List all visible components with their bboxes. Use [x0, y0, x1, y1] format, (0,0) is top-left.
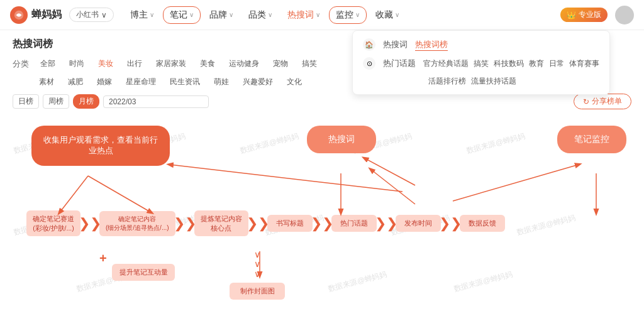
dropdown-row-hot: 🏠 热搜词 热搜词榜 — [363, 38, 599, 51]
nav-collect[interactable]: 收藏 ∨ — [369, 7, 406, 23]
svg-line-1 — [60, 176, 88, 212]
filter-travel[interactable]: 出行 — [122, 57, 147, 70]
watermark-12: 数据来源@蝉妈妈 — [326, 269, 387, 295]
platform-select[interactable]: 小红书 ∨ — [69, 8, 114, 22]
filter-material[interactable]: 素材 — [34, 75, 59, 89]
chevron-2: ❯❯ — [174, 217, 196, 231]
filter-home[interactable]: 家居家装 — [151, 57, 191, 70]
svg-line-2 — [88, 176, 151, 212]
share-icon: ↻ — [583, 97, 589, 106]
watermark-10: 数据来源@蝉妈妈 — [515, 212, 576, 238]
chevron-3: ❯❯ — [247, 217, 269, 231]
nav-brand[interactable]: 品牌 ∨ — [203, 7, 240, 23]
share-label: 分享榜单 — [592, 96, 622, 107]
period-week[interactable]: 周榜 — [43, 94, 69, 109]
down-arrows: ∨ ∨ ∨ — [254, 250, 260, 279]
logo-icon — [10, 6, 28, 24]
filter-cute[interactable]: 萌娃 — [209, 75, 234, 89]
tag-official-classic[interactable]: 官方经典话题 — [423, 58, 469, 69]
tag-tech[interactable]: 科技数码 — [494, 58, 524, 69]
tag-flow[interactable]: 流量扶持话题 — [471, 76, 516, 87]
step-data-feedback: 数据反馈 — [460, 215, 505, 232]
tag-education[interactable]: 教育 — [529, 58, 544, 69]
filter-astro[interactable]: 星座命理 — [121, 75, 161, 89]
filter-life[interactable]: 民生资讯 — [165, 75, 205, 89]
pro-label: 专业版 — [579, 9, 601, 20]
make-cover-box: 制作封面图 — [230, 283, 285, 300]
topic-icon: ⊙ — [363, 57, 375, 70]
collect-needs-box: 收集用户观看需求，查看当前行业热点 — [31, 126, 170, 166]
filter-culture[interactable]: 文化 — [282, 75, 307, 89]
plus-sign: + — [99, 251, 107, 266]
pro-badge[interactable]: 👑 专业版 — [560, 8, 608, 22]
chevron-6: ❯❯ — [439, 217, 462, 231]
nav-notes[interactable]: 笔记 ∨ — [163, 6, 201, 24]
dropdown-tags: 官方经典话题 搞笑 科技数码 教育 日常 体育赛事 — [423, 58, 599, 69]
svg-line-5 — [365, 158, 415, 185]
dropdown-row-topic: ⊙ 热门话题 官方经典话题 搞笑 科技数码 教育 日常 体育赛事 — [363, 57, 599, 70]
filter-hobby[interactable]: 兴趣爱好 — [238, 75, 278, 89]
filter-pet[interactable]: 宠物 — [268, 57, 293, 70]
dropdown-hot-label: 热搜词 — [383, 39, 408, 50]
step-core: 提炼笔记内容核心点 — [194, 210, 248, 236]
boost-interaction-box: 提升笔记互动量 — [112, 264, 175, 281]
svg-line-6 — [170, 165, 402, 192]
filter-sport[interactable]: 运动健身 — [224, 57, 264, 70]
note-monitor-box: 笔记监控 — [557, 126, 626, 153]
nav-category[interactable]: 品类 ∨ — [242, 7, 279, 23]
nav-hot[interactable]: 热搜词 ∨ — [281, 7, 326, 23]
platform-label: 小红书 — [76, 9, 99, 20]
navbar: 蝉妈妈 小红书 ∨ 博主 ∨ 笔记 ∨ 品牌 ∨ 品类 ∨ 热搜词 ∨ 监控 ∨… — [0, 0, 644, 30]
watermark-13: 数据来源@蝉妈妈 — [452, 269, 513, 295]
period-day[interactable]: 日榜 — [13, 94, 39, 109]
filter-beauty[interactable]: 美妆 — [93, 57, 118, 70]
avatar[interactable] — [615, 6, 634, 24]
filter-all[interactable]: 全部 — [35, 57, 60, 70]
filter-fashion[interactable]: 时尚 — [64, 57, 89, 70]
diagram: 数据来源@蝉妈妈 数据来源@蝉妈妈 数据来源@蝉妈妈 数据来源@蝉妈妈 数据来源… — [13, 119, 631, 314]
step-row: 确定笔记赛道(彩妆/护肤/...) ❯❯ 确定笔记内容(细分场景/追寻热点/..… — [26, 210, 505, 236]
hot-search-box: 热搜词 — [307, 126, 376, 153]
watermark-3: 数据来源@蝉妈妈 — [238, 131, 299, 156]
dropdown-hot-highlight[interactable]: 热搜词榜 — [415, 39, 448, 51]
filter-wedding[interactable]: 婚嫁 — [92, 75, 117, 89]
dropdown-tags2: 活题排行榜 流量扶持话题 — [428, 76, 516, 87]
step-title: 书写标题 — [267, 215, 313, 232]
tag-daily[interactable]: 日常 — [549, 58, 564, 69]
svg-line-8 — [453, 165, 579, 201]
nav-monitor[interactable]: 监控 ∨ — [329, 6, 367, 24]
chevron-4: ❯❯ — [311, 217, 333, 231]
nav-blogger[interactable]: 博主 ∨ — [124, 7, 160, 23]
filter-food[interactable]: 美食 — [195, 57, 220, 70]
step-hot-topic: 热门话题 — [331, 215, 377, 232]
step-publish-time: 发布时间 — [396, 215, 441, 232]
filter-label: 分类 — [13, 58, 29, 70]
period-row: 日榜 周榜 月榜 ↻ 分享榜单 — [13, 94, 631, 109]
platform-arrow: ∨ — [101, 11, 107, 19]
filter-funny2[interactable]: 搞笑 — [297, 57, 322, 70]
filter-slim[interactable]: 减肥 — [63, 75, 88, 89]
tag-funny[interactable]: 搞笑 — [474, 58, 489, 69]
chevron-5: ❯❯ — [375, 217, 397, 231]
step-content: 确定笔记内容(细分场景/追寻热点/...) — [99, 211, 175, 236]
home-icon: 🏠 — [363, 38, 375, 51]
tag-sports[interactable]: 体育赛事 — [569, 58, 599, 69]
chevron-1: ❯❯ — [79, 217, 101, 231]
date-input[interactable] — [103, 95, 209, 108]
logo: 蝉妈妈 — [10, 6, 62, 24]
share-button[interactable]: ↻ 分享榜单 — [574, 94, 631, 109]
dropdown-row-topic2: 活题排行榜 流量扶持话题 — [363, 76, 599, 87]
watermark-5: 数据来源@蝉妈妈 — [465, 131, 526, 156]
pro-icon: 👑 — [567, 11, 576, 19]
tag-ranking[interactable]: 活题排行榜 — [428, 76, 466, 87]
dropdown-topic-label: 热门话题 — [383, 58, 416, 69]
step-track: 确定笔记赛道(彩妆/护肤/...) — [26, 210, 80, 236]
dropdown-popup: 🏠 热搜词 热搜词榜 ⊙ 热门话题 官方经典话题 搞笑 科技数码 教育 日常 体… — [352, 30, 610, 95]
logo-text: 蝉妈妈 — [31, 8, 62, 21]
svg-line-7 — [371, 170, 415, 204]
period-month[interactable]: 月榜 — [73, 94, 99, 109]
